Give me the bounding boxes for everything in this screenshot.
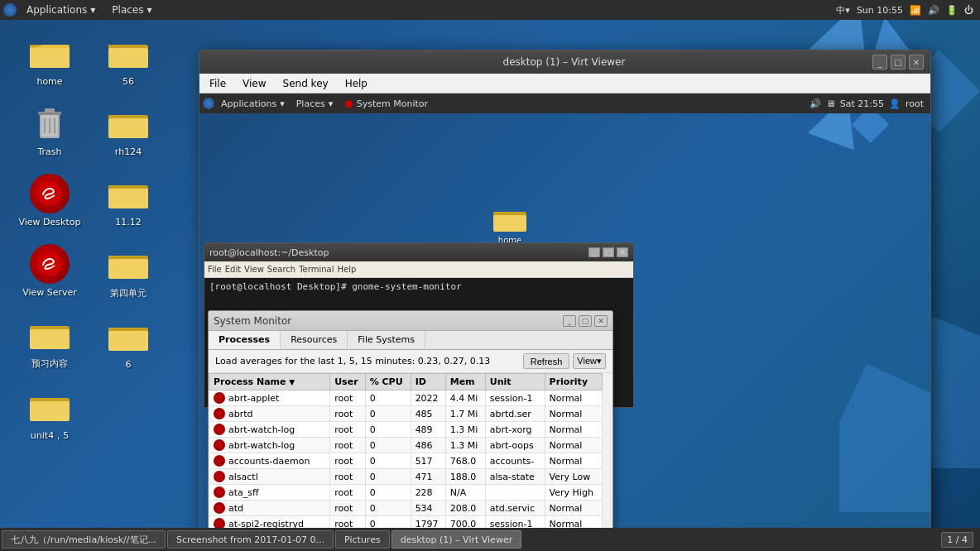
proc-name: abrtd <box>228 409 253 419</box>
close-button[interactable]: ✕ <box>909 55 924 69</box>
sysmon-loadbar: Load averages for the last 1, 5, 15 minu… <box>209 350 612 373</box>
table-row[interactable]: alsactl root 0 471 188.0 alsa-state Very… <box>209 469 603 485</box>
proc-icon <box>214 439 225 451</box>
proc-user: root <box>330 469 365 485</box>
proc-name: abrt-applet <box>228 393 279 404</box>
desktop-icon-unit45[interactable]: unit4，5 <box>17 386 83 442</box>
desktop-icon-rh124[interactable]: rh124 <box>95 103 161 157</box>
maximize-button[interactable]: □ <box>891 55 906 69</box>
col-id[interactable]: ID <box>411 374 445 390</box>
col-user[interactable]: User <box>330 374 365 390</box>
proc-id: 471 <box>411 469 445 485</box>
proc-name: alsactl <box>228 472 258 482</box>
term-edit-menu[interactable]: Edit <box>225 265 241 274</box>
desktop-icon-disy[interactable]: 第四单元 <box>95 244 161 299</box>
virt-view-menu[interactable]: View <box>236 76 272 91</box>
proc-mem: 188.0 <box>445 469 485 485</box>
taskbar-item[interactable]: Screenshot from 2017-01-07 0... <box>167 530 334 549</box>
table-row[interactable]: abrtd root 0 485 1.7 Mi abrtd.ser Normal <box>209 406 603 422</box>
vm-user-label: root <box>906 98 924 109</box>
desktop-icon-view-desktop[interactable]: View Desktop <box>17 174 83 228</box>
col-priority[interactable]: Priority <box>545 374 602 390</box>
sysmon-titlebar-btns: _ □ ✕ <box>563 315 608 327</box>
load-avg-text: Load averages for the last 1, 5, 15 minu… <box>215 356 490 367</box>
proc-cpu: 0 <box>365 406 411 422</box>
col-cpu[interactable]: % CPU <box>365 374 411 390</box>
term-terminal-menu[interactable]: Terminal <box>299 265 334 274</box>
table-row[interactable]: abrt-applet root 0 2022 4.4 Mi session-1… <box>209 390 603 406</box>
sysmon-maximize-btn[interactable]: □ <box>579 315 592 327</box>
virt-sendkey-menu[interactable]: Send key <box>276 76 335 91</box>
places-menu[interactable]: Places ▾ <box>105 2 158 17</box>
desktop-icon-6[interactable]: 6 <box>95 316 161 370</box>
taskbar-item[interactable]: desktop (1) – Virt Viewer <box>392 530 522 549</box>
desktop-icon-yuxisc[interactable]: 预习内容 <box>17 314 83 370</box>
applications-menu[interactable]: Applications ▾ <box>20 2 102 17</box>
svg-rect-6 <box>45 108 55 113</box>
sysmon-close-btn[interactable]: ✕ <box>594 315 608 327</box>
home-label: home <box>36 76 62 87</box>
vm-places-menu[interactable]: Places ▾ <box>291 98 339 110</box>
virt-viewer-window: desktop (1) – Virt Viewer _ □ ✕ File Vie… <box>199 50 931 551</box>
vm-icon-home[interactable]: home <box>481 205 539 245</box>
refresh-button[interactable]: Refresh <box>523 353 570 369</box>
taskbar-item[interactable]: Pictures <box>335 530 390 549</box>
col-mem[interactable]: Mem <box>445 374 485 390</box>
table-row[interactable]: atd root 0 534 208.0 atd.servic Normal <box>209 501 603 516</box>
proc-priority: Normal <box>545 453 602 469</box>
proc-priority: Very High <box>545 485 602 501</box>
minimize-button[interactable]: _ <box>872 55 887 69</box>
terminal-minimize-btn[interactable]: _ <box>588 247 600 257</box>
proc-icon <box>214 392 225 404</box>
desktop-icon-1112[interactable]: 11.12 <box>95 174 161 228</box>
workspace-pager[interactable]: 1 / 4 <box>941 532 973 548</box>
proc-priority: Normal <box>545 390 602 406</box>
virt-file-menu[interactable]: File <box>203 76 233 91</box>
term-help-menu[interactable]: Help <box>337 265 356 274</box>
vm-desktop: Applications ▾ Places ▾ ● System Monitor… <box>199 93 930 551</box>
table-row[interactable]: accounts-daemon root 0 517 768.0 account… <box>209 453 603 469</box>
svg-rect-25 <box>108 331 148 351</box>
term-file-menu[interactable]: File <box>208 265 222 274</box>
proc-id: 485 <box>411 406 445 422</box>
svg-rect-27 <box>493 215 526 232</box>
virt-help-menu[interactable]: Help <box>339 76 374 91</box>
unit45-folder-icon <box>30 386 70 426</box>
tab-processes[interactable]: Processes <box>209 331 281 349</box>
desktop-icon-56[interactable]: 56 <box>95 33 161 87</box>
proc-user: root <box>330 453 365 469</box>
col-unit[interactable]: Unit <box>485 374 545 390</box>
term-view-menu[interactable]: View <box>244 265 264 274</box>
vm-user-icon: 👤 <box>889 98 901 109</box>
proc-name-cell: atd <box>209 501 330 516</box>
vm-applications-menu[interactable]: Applications ▾ <box>216 98 290 110</box>
desktop-icon-home[interactable]: home <box>17 33 83 87</box>
term-search-menu[interactable]: Search <box>267 265 295 274</box>
view-button[interactable]: View▾ <box>573 353 606 369</box>
desktop-icon-view-server[interactable]: View Server <box>17 244 83 298</box>
proc-name-cell: ata_sff <box>209 485 330 501</box>
table-row[interactable]: abrt-watch-log root 0 486 1.3 Mi abrt-oo… <box>209 438 603 453</box>
sysmon-minimize-btn[interactable]: _ <box>563 315 576 327</box>
proc-icon <box>214 486 225 498</box>
terminal-close-btn[interactable]: ✕ <box>617 247 628 257</box>
taskbar-item[interactable]: 七八九（/run/media/kiosk//笔记... <box>2 530 166 549</box>
terminal-maximize-btn[interactable]: □ <box>603 247 614 257</box>
top-menubar: Applications ▾ Places ▾ 中▾ Sun 10:55 📶 🔊… <box>0 0 980 20</box>
col-process-name[interactable]: Process Name ▼ <box>209 374 330 390</box>
proc-name: abrt-watch-log <box>228 424 295 435</box>
proc-cpu: 0 <box>365 485 411 501</box>
proc-cpu: 0 <box>365 469 411 485</box>
svg-rect-21 <box>108 189 148 208</box>
proc-unit: session-1 <box>485 390 545 406</box>
process-table-scroll[interactable]: Process Name ▼ User % CPU ID Mem Unit Pr… <box>209 373 612 551</box>
tab-resources[interactable]: Resources <box>281 331 348 349</box>
desktop-icon-trash[interactable]: Trash <box>17 103 83 157</box>
table-row[interactable]: abrt-watch-log root 0 489 1.3 Mi abrt-xo… <box>209 422 603 438</box>
proc-mem: 768.0 <box>445 453 485 469</box>
tab-filesystems[interactable]: File Systems <box>348 331 425 349</box>
vm-sysmon-menu[interactable]: ● System Monitor <box>339 97 433 110</box>
vm-speaker-icon: 🔊 <box>809 98 821 109</box>
table-row[interactable]: ata_sff root 0 228 N/A Very High <box>209 485 603 501</box>
places-arrow-icon: ▾ <box>147 4 152 16</box>
